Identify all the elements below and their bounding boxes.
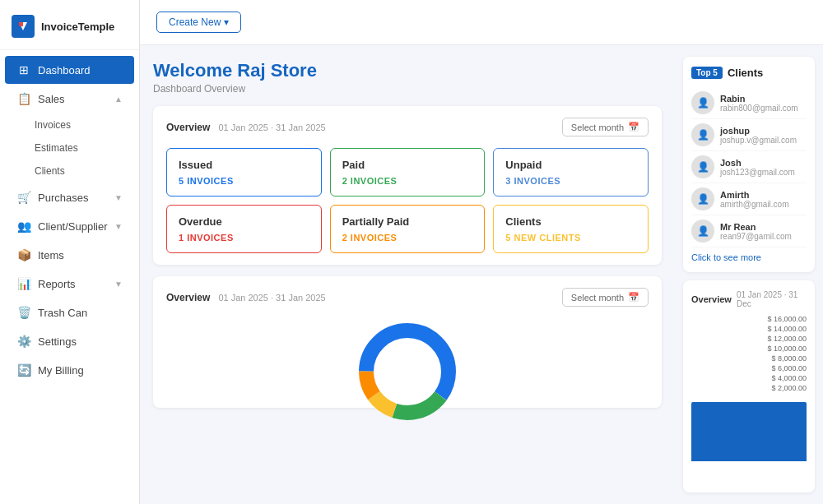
client-supplier-icon: 👥 bbox=[16, 220, 31, 233]
avatar-josh: 👤 bbox=[691, 155, 714, 178]
client-supplier-chevron: ▼ bbox=[114, 222, 123, 231]
bar-chart-y-labels: $ 16,000.00 $ 14,000.00 $ 12,000.00 $ 10… bbox=[691, 315, 807, 392]
client-info-amirth: Amirth amirth@gmail.com bbox=[720, 190, 789, 209]
overview-date-range: 01 Jan 2025 · 31 Jan 2025 bbox=[218, 123, 325, 132]
sidebar-label-dashboard: Dashboard bbox=[38, 64, 123, 76]
main-panel: Welcome Raj Store Dashboard Overview Ove… bbox=[140, 45, 675, 504]
sidebar-label-client-supplier: Client/Supplier bbox=[38, 220, 108, 233]
chart-card-header-left: Overview 01 Jan 2025 · 31 Jan 2025 bbox=[166, 292, 326, 303]
see-more-link[interactable]: Click to see more bbox=[691, 252, 807, 262]
sidebar-item-invoices[interactable]: Invoices bbox=[12, 113, 139, 136]
sidebar-item-settings[interactable]: ⚙️ Settings bbox=[5, 327, 134, 355]
client-item-rabin: 👤 Rabin rabin800@gmail.com bbox=[691, 87, 807, 119]
stat-title-overdue: Overdue bbox=[179, 215, 309, 228]
stat-box-paid[interactable]: Paid 2 INVOICES bbox=[330, 148, 486, 197]
chart-overview-card: Overview 01 Jan 2025 · 31 Jan 2025 Selec… bbox=[153, 276, 662, 408]
sidebar-label-reports: Reports bbox=[38, 278, 108, 290]
welcome-heading: Welcome Raj Store bbox=[153, 60, 662, 81]
sidebar-label-trash-can: Trash Can bbox=[38, 307, 123, 319]
stat-box-clients[interactable]: Clients 5 NEW CLIENTS bbox=[493, 205, 649, 253]
sidebar-logo: InvoiceTemple bbox=[0, 0, 139, 50]
stat-title-partial: Partially Paid bbox=[342, 215, 473, 228]
stat-title-clients: Clients bbox=[505, 215, 636, 228]
select-month-button[interactable]: Select month 📅 bbox=[562, 118, 649, 136]
sidebar-item-purchases[interactable]: 🛒 Purchases ▼ bbox=[5, 183, 134, 211]
sidebar-item-sales[interactable]: 📋 Sales ▲ bbox=[5, 85, 134, 113]
content-area: Welcome Raj Store Dashboard Overview Ove… bbox=[140, 45, 823, 504]
stats-grid: Issued 5 INVOICES Paid 2 INVOICES Unpaid… bbox=[166, 148, 649, 253]
stat-count-partial: 2 INVOICES bbox=[342, 233, 473, 243]
topbar: Create New ▾ bbox=[140, 0, 823, 45]
create-new-button[interactable]: Create New ▾ bbox=[156, 12, 241, 33]
sidebar-item-estimates[interactable]: Estimates bbox=[12, 136, 139, 160]
stat-title-issued: Issued bbox=[179, 159, 309, 171]
stat-box-unpaid[interactable]: Unpaid 3 INVOICES bbox=[493, 148, 649, 197]
avatar-mr-rean: 👤 bbox=[691, 220, 714, 243]
main-area: Create New ▾ Welcome Raj Store Dashboard… bbox=[140, 0, 823, 504]
bar-chart-card: Overview 01 Jan 2025 · 31 Dec $ 16,000.0… bbox=[683, 280, 815, 492]
stat-box-partial[interactable]: Partially Paid 2 INVOICES bbox=[330, 205, 486, 253]
y-label-text-5: $ 8,000.00 bbox=[771, 354, 807, 363]
client-item-joshup: 👤 joshup joshup.v@gmail.com bbox=[691, 119, 807, 151]
sidebar-label-sales: Sales bbox=[38, 93, 108, 105]
y-label-text-4: $ 10,000.00 bbox=[767, 344, 807, 353]
donut-chart bbox=[354, 318, 461, 425]
y-label-8: $ 2,000.00 bbox=[691, 384, 807, 392]
donut-container bbox=[166, 318, 649, 425]
invoices-label: Invoices bbox=[35, 119, 71, 131]
purchases-chevron: ▼ bbox=[114, 193, 123, 202]
avatar-amirth: 👤 bbox=[691, 187, 714, 210]
clients-card-header: Top 5 Clients bbox=[691, 67, 807, 79]
billing-icon: 🔄 bbox=[16, 363, 31, 377]
logo-icon bbox=[12, 15, 35, 38]
sidebar-label-purchases: Purchases bbox=[38, 192, 108, 204]
client-info-mr-rean: Mr Rean rean97@gamil.com bbox=[720, 222, 792, 241]
overview-card-header-left: Overview 01 Jan 2025 · 31 Jan 2025 bbox=[166, 122, 326, 133]
sidebar-label-settings: Settings bbox=[38, 335, 123, 348]
trash-icon: 🗑️ bbox=[16, 306, 31, 319]
reports-chevron: ▼ bbox=[114, 280, 123, 289]
app-name: InvoiceTemple bbox=[41, 21, 114, 33]
welcome-greeting: Welcome bbox=[153, 60, 232, 81]
bar-chart-overview-label: Overview bbox=[691, 294, 732, 304]
right-panel: Top 5 Clients 👤 Rabin rabin800@gmail.com… bbox=[675, 45, 823, 504]
bar-chart-bars bbox=[691, 395, 807, 461]
y-label-text-1: $ 16,000.00 bbox=[767, 315, 807, 323]
clients-card: Top 5 Clients 👤 Rabin rabin800@gmail.com… bbox=[683, 57, 815, 272]
sidebar-item-items[interactable]: 📦 Items bbox=[5, 241, 134, 269]
dashboard-subtitle: Dashboard Overview bbox=[153, 83, 662, 95]
chart-card-header: Overview 01 Jan 2025 · 31 Jan 2025 Selec… bbox=[166, 288, 649, 307]
sidebar-item-client-supplier[interactable]: 👥 Client/Supplier ▼ bbox=[5, 212, 134, 240]
chart-select-month-button[interactable]: Select month 📅 bbox=[562, 288, 649, 307]
sidebar-item-trash-can[interactable]: 🗑️ Trash Can bbox=[5, 298, 134, 326]
y-label-text-8: $ 2,000.00 bbox=[771, 384, 807, 392]
stat-box-issued[interactable]: Issued 5 INVOICES bbox=[166, 148, 322, 197]
chart-calendar-icon: 📅 bbox=[628, 292, 639, 303]
client-item-amirth: 👤 Amirth amirth@gmail.com bbox=[691, 183, 807, 215]
chart-date-range: 01 Jan 2025 · 31 Jan 2025 bbox=[218, 293, 325, 303]
client-name-joshup: joshup bbox=[720, 126, 797, 136]
sales-chevron: ▲ bbox=[114, 95, 123, 104]
sidebar-item-my-billing[interactable]: 🔄 My Billing bbox=[5, 356, 134, 384]
y-label-text-6: $ 6,000.00 bbox=[771, 364, 807, 372]
calendar-icon: 📅 bbox=[628, 122, 639, 132]
estimates-label: Estimates bbox=[35, 142, 78, 154]
y-label-6: $ 6,000.00 bbox=[691, 364, 807, 372]
avatar-rabin: 👤 bbox=[691, 91, 714, 114]
bar-jan bbox=[691, 402, 807, 461]
sidebar-item-clients[interactable]: Clients bbox=[12, 160, 139, 183]
client-email-josh: josh123@gmail.com bbox=[720, 168, 795, 177]
y-label-text-7: $ 4,000.00 bbox=[771, 374, 807, 382]
client-name-josh: Josh bbox=[720, 158, 795, 168]
settings-icon: ⚙️ bbox=[16, 335, 31, 348]
stat-box-overdue[interactable]: Overdue 1 INVOICES bbox=[166, 205, 322, 253]
svg-point-7 bbox=[380, 344, 435, 399]
items-icon: 📦 bbox=[16, 248, 31, 261]
client-name-amirth: Amirth bbox=[720, 190, 789, 200]
client-info-rabin: Rabin rabin800@gmail.com bbox=[720, 94, 798, 113]
avatar-joshup: 👤 bbox=[691, 123, 714, 146]
sidebar-item-dashboard[interactable]: ⊞ Dashboard bbox=[5, 56, 134, 84]
client-email-joshup: joshup.v@gmail.com bbox=[720, 136, 797, 145]
sidebar-item-reports[interactable]: 📊 Reports ▼ bbox=[5, 270, 134, 298]
y-label-3: $ 12,000.00 bbox=[691, 335, 807, 343]
